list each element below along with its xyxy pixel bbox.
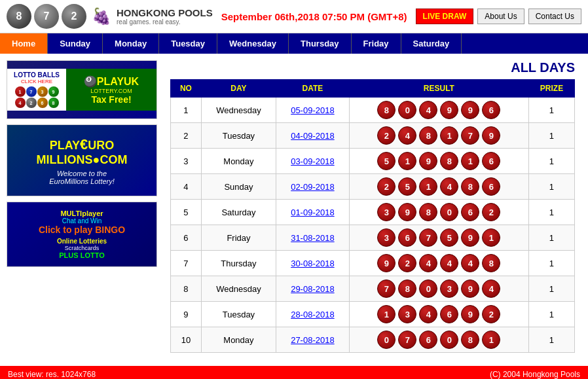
cell-date[interactable]: 03-09-2018 (276, 149, 350, 174)
result-ball: 7 (377, 280, 395, 298)
date-link[interactable]: 30-08-2018 (291, 259, 335, 268)
cell-prize: 1 (528, 200, 574, 225)
cell-result: 251486 (349, 174, 528, 200)
cell-prize: 1 (528, 251, 574, 276)
lotto-balls-grid: 1 7 3 9 4 2 6 8 (15, 86, 59, 108)
cell-result: 248179 (349, 123, 528, 149)
cell-date[interactable]: 31-08-2018 (276, 225, 350, 251)
date-link[interactable]: 03-09-2018 (291, 156, 335, 166)
result-ball: 3 (440, 280, 458, 298)
logo-text: HONGKONG POOLS real games. real easy. (117, 7, 213, 26)
cell-day: Sunday (201, 174, 276, 200)
nav-item-wednesday[interactable]: Wednesday (217, 33, 289, 54)
result-ball: 5 (377, 152, 395, 170)
nav-item-thursday[interactable]: Thursday (289, 33, 352, 54)
cell-date[interactable]: 27-08-2018 (276, 327, 350, 353)
table-row: 7Thursday30-08-20189244481 (171, 251, 575, 276)
ad-lotto-balls[interactable]: LOTTO BALLS CLICK HERE 1 7 3 9 4 2 6 8 🎱… (7, 60, 157, 119)
header-left: 8 7 2 🍇 HONGKONG POOLS real games. real … (7, 4, 213, 29)
result-ball: 2 (377, 177, 395, 196)
cell-prize: 1 (528, 174, 574, 200)
ad-bingo[interactable]: MULTIplayer Chat and Win Click to play B… (7, 202, 157, 267)
result-ball: 8 (440, 152, 458, 170)
date-link[interactable]: 31-08-2018 (291, 233, 335, 243)
date-link[interactable]: 29-08-2018 (291, 284, 335, 294)
cell-date[interactable]: 30-08-2018 (276, 251, 350, 276)
content: ALL DAYS NODAYDATERESULTPRIZE 1Wednesday… (164, 60, 581, 353)
result-ball: 2 (482, 203, 500, 221)
table-row: 6Friday31-08-20183675911 (171, 225, 575, 251)
result-balls: 248179 (355, 126, 523, 145)
cell-day: Saturday (201, 200, 276, 225)
table-row: 9Tuesday28-08-20181346921 (171, 302, 575, 327)
result-ball: 4 (440, 177, 458, 196)
result-ball: 8 (377, 101, 395, 119)
tiny-ball: 9 (48, 86, 59, 97)
result-ball: 3 (377, 203, 395, 221)
cell-date[interactable]: 29-08-2018 (276, 276, 350, 302)
footer: Best view: res. 1024x768 (C) 2004 Hongko… (0, 366, 588, 379)
cell-result: 134692 (349, 302, 528, 327)
cell-day: Tuesday (201, 123, 276, 149)
header-right: LIVE DRAW About Us Contact Us (416, 9, 581, 24)
cell-result: 519816 (349, 149, 528, 174)
cell-date[interactable]: 04-09-2018 (276, 123, 350, 149)
footer-left: Best view: res. 1024x768 (8, 370, 96, 379)
date-link[interactable]: 01-09-2018 (291, 208, 335, 217)
nav-item-tuesday[interactable]: Tuesday (159, 33, 217, 54)
nav-item-monday[interactable]: Monday (103, 33, 159, 54)
result-ball: 6 (482, 177, 500, 196)
logo-brand: HONGKONG POOLS (117, 7, 213, 18)
nav-item-friday[interactable]: Friday (352, 33, 401, 54)
cell-date[interactable]: 05-09-2018 (276, 98, 350, 123)
date-link[interactable]: 05-09-2018 (291, 105, 335, 115)
col-header-no: NO (171, 80, 202, 98)
result-ball: 9 (377, 254, 395, 272)
logo-ball-8: 8 (7, 4, 31, 29)
playuk-sub: LOTTERY.COM (90, 88, 132, 94)
nav-item-home[interactable]: Home (0, 33, 48, 54)
live-draw-button[interactable]: LIVE DRAW (416, 9, 474, 24)
logo-sub: real games. real easy. (117, 18, 213, 26)
result-ball: 9 (419, 152, 437, 170)
cell-date[interactable]: 01-09-2018 (276, 200, 350, 225)
chat-win-label: Chat and Win (62, 217, 102, 225)
date-link[interactable]: 04-09-2018 (291, 131, 335, 141)
contact-us-button[interactable]: Contact Us (528, 9, 581, 24)
cell-no: 3 (171, 149, 202, 174)
date-link[interactable]: 27-08-2018 (291, 335, 335, 345)
cell-prize: 1 (528, 149, 574, 174)
result-ball: 6 (482, 101, 500, 119)
result-ball: 1 (482, 228, 500, 247)
result-ball: 8 (398, 280, 416, 298)
result-ball: 4 (419, 101, 437, 119)
nav-item-saturday[interactable]: Saturday (401, 33, 462, 54)
table-row: 8Wednesday29-08-20187803941 (171, 276, 575, 302)
online-lotteries-label: Online Lotteries (57, 238, 107, 245)
result-ball: 0 (440, 331, 458, 349)
result-ball: 4 (419, 254, 437, 272)
cell-day: Friday (201, 225, 276, 251)
result-ball: 9 (461, 305, 479, 323)
result-balls: 398062 (355, 203, 523, 221)
result-ball: 7 (398, 331, 416, 349)
result-ball: 4 (440, 254, 458, 272)
result-ball: 9 (461, 228, 479, 247)
about-us-button[interactable]: About Us (477, 9, 524, 24)
cell-result: 924448 (349, 251, 528, 276)
result-ball: 4 (482, 280, 500, 298)
cell-prize: 1 (528, 123, 574, 149)
date-link[interactable]: 28-08-2018 (291, 310, 335, 319)
result-ball: 9 (482, 126, 500, 145)
cell-no: 1 (171, 98, 202, 123)
cell-day: Wednesday (201, 276, 276, 302)
ad-play-euro[interactable]: PLAY€UROMILLIONS●COM Welcome to theEuroM… (7, 124, 157, 196)
nav: HomeSundayMondayTuesdayWednesdayThursday… (0, 33, 588, 54)
lotto-balls-sub: CLICK HERE (21, 79, 52, 84)
nav-item-sunday[interactable]: Sunday (48, 33, 103, 54)
result-ball: 2 (377, 126, 395, 145)
table-row: 1Wednesday05-09-20188049961 (171, 98, 575, 123)
date-link[interactable]: 02-09-2018 (291, 182, 335, 192)
cell-date[interactable]: 02-09-2018 (276, 174, 350, 200)
cell-date[interactable]: 28-08-2018 (276, 302, 350, 327)
